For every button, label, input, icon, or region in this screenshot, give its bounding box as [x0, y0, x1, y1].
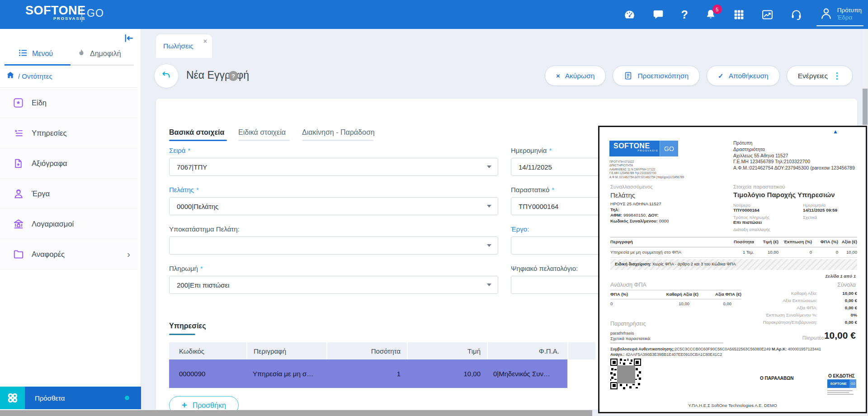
col-header-price[interactable]: Τιμή — [407, 342, 487, 359]
logo-softone-text: SOFTONE — [25, 5, 86, 16]
document-number-input[interactable]: ΤΠΥ0000164 — [511, 197, 607, 215]
save-button[interactable]: ✓ Αποθήκευση — [707, 66, 780, 86]
col-header-description[interactable]: Περιγραφή — [246, 342, 326, 359]
vertical-scrollbar-thumb[interactable] — [863, 89, 868, 125]
flame-icon — [77, 48, 86, 60]
help-icon[interactable]: ? — [681, 8, 688, 21]
chat-icon[interactable] — [652, 9, 664, 20]
doc-date-label: Ημερομηνία — [803, 203, 826, 208]
add-row-label: Προσθήκη — [193, 402, 226, 410]
scroll-up-icon[interactable]: ▲ — [833, 128, 838, 135]
form-tab-delivery[interactable]: Διακίνηση - Παράδοση — [302, 128, 375, 137]
sidebar-item-label: Αναφορές — [32, 250, 65, 259]
customer-branch-select[interactable] — [169, 236, 498, 255]
sidebar-item-notes[interactable]: Αξιόγραφα — [0, 148, 137, 179]
analytics-chart-icon[interactable] — [761, 9, 774, 21]
counterpart-name: Πελάτης — [610, 191, 635, 199]
sidebar-item-accounts[interactable]: Λογαριασμοί — [0, 209, 137, 239]
addons-bar[interactable]: Πρόσθετα — [0, 387, 141, 409]
chevron-down-icon — [487, 205, 491, 208]
customer-value: 0000|Πελάτης — [177, 203, 218, 210]
user-avatar-icon — [819, 6, 833, 22]
chevron-down-icon — [487, 244, 491, 247]
invoice-logo-softone: SOFTONE — [613, 142, 660, 149]
form-tab-basic[interactable]: Βασικά στοιχεία — [169, 128, 224, 137]
horizontal-scrollbar[interactable] — [0, 410, 592, 416]
doc-info-heading: Στοιχεία παραστατικού — [733, 184, 785, 189]
logo-divider — [81, 6, 82, 22]
stamp-text-line — [827, 390, 853, 391]
cancel-x-icon: × — [556, 72, 560, 80]
chevron-right-icon: › — [127, 249, 130, 260]
project-label: Έργο: — [511, 225, 529, 233]
stamp-text-line — [827, 394, 854, 395]
series-select[interactable]: 7067|ΤΠΥ — [169, 158, 498, 176]
sidebar-item-projects[interactable]: Έργα — [0, 179, 137, 209]
notes-text: parathrhseis — [610, 331, 634, 336]
counterpart-details: ΗΡΟΥΣ 25 ΑΘΗΝΑ 11527 Τηλ: ΑΦΜ: 999840150… — [610, 201, 669, 224]
issuer-stamp-logo: SOFTONE GO — [827, 379, 856, 388]
doc-payment-value: Επι πιστώσει — [733, 220, 762, 225]
project-select[interactable] — [511, 236, 607, 255]
menu-list-icon — [18, 48, 28, 60]
sidebar-item-label: Έργα — [32, 189, 50, 198]
user-branch: Έδρα — [837, 14, 862, 21]
user-account-button[interactable]: Πρότυπη Έδρα — [819, 6, 862, 23]
invoice-logo-go: GO — [660, 141, 678, 156]
doc-exemption-label: Διάταξη απαλλαγής — [733, 227, 770, 232]
date-label: Ημερομηνία* — [511, 147, 552, 154]
sidebar-item-services[interactable]: Υπηρεσίες — [0, 118, 137, 148]
counterpart-heading: Συναλλασσόμενος — [610, 184, 653, 189]
app-logo[interactable]: SOFTONE PROSVASIS — [25, 5, 86, 21]
divider — [610, 290, 741, 290]
back-button[interactable] — [155, 64, 178, 88]
apps-grid-icon[interactable] — [733, 9, 745, 20]
sidebar-item-items[interactable]: Είδη — [0, 88, 137, 118]
sidebar-collapse-icon[interactable] — [123, 33, 134, 46]
col-header-vat[interactable]: Φ.Π.Α. — [487, 342, 567, 359]
document-preview-icon — [624, 71, 632, 80]
form-tab-basic-underline — [169, 140, 227, 141]
more-actions-button[interactable]: Ενέργειες ⋮ — [787, 66, 853, 86]
divider — [610, 247, 857, 247]
invoice-logo: SOFTONE PROSVASIS GO — [609, 141, 678, 156]
doc-related-label: Σχετικά — [803, 215, 817, 220]
preview-button[interactable]: Προεπισκόπηση — [613, 66, 700, 86]
notifications-badge: 5 — [712, 5, 722, 14]
col-header-quantity[interactable]: Ποσότητα — [326, 342, 407, 359]
save-label: Αποθήκευση — [729, 72, 769, 80]
qr-code — [610, 359, 641, 391]
breadcrumb[interactable]: / Οντότητες — [6, 71, 52, 81]
cancel-label: Ακύρωση — [565, 72, 595, 80]
tab-close-icon[interactable]: × — [203, 38, 207, 45]
customer-select[interactable]: 0000|Πελάτης — [169, 197, 498, 215]
signature-issuer: Ο ΕΚΔΟΤΗΣ — [828, 373, 854, 378]
col-header-code[interactable]: Κωδικός — [169, 342, 246, 359]
digital-clientele-input[interactable] — [511, 276, 607, 294]
support-headset-icon[interactable] — [790, 9, 802, 21]
service-row-selected[interactable]: 0000090 Υπηρεσία με μη σ… 1 10,00 0|Μηδε… — [169, 359, 567, 388]
sidebar-tab-favorites[interactable]: Δημοφιλή — [77, 48, 121, 60]
page-note: Σελίδα 1 από 1 — [826, 274, 856, 279]
digital-clientele-label: Ψηφιακό πελατολόγιο: — [511, 265, 578, 272]
cell-price: 10,00 — [407, 359, 487, 388]
service-list-icon — [13, 128, 24, 139]
series-label: Σειρά* — [169, 147, 190, 154]
cancel-button[interactable]: × Ακύρωση — [545, 66, 606, 86]
payment-select[interactable]: 200|Επι πιστώσει — [169, 276, 498, 294]
notifications-bell-icon[interactable]: 5 — [705, 9, 717, 20]
date-input[interactable]: 14/11/2025 — [511, 158, 607, 176]
cell-vat: 0|Μηδενικός Συν… — [487, 359, 567, 388]
cell-code: 0000090 — [169, 359, 246, 388]
logo-go-text: GO — [87, 7, 104, 19]
sidebar-item-reports[interactable]: Αναφορές › — [0, 239, 137, 269]
payment-label: Πληρωμή* — [169, 265, 203, 272]
cell-description: Υπηρεσία με μη σ… — [246, 359, 326, 388]
form-tab-delivery-underline — [302, 140, 373, 141]
form-tab-special[interactable]: Ειδικά στοιχεία — [238, 128, 286, 137]
workspace-tab-sales[interactable]: Πωλήσεις × — [156, 34, 212, 58]
dashboard-speedometer-icon[interactable] — [623, 9, 636, 21]
checkmark-icon: ✓ — [718, 72, 724, 80]
page-help-icon[interactable]: ? — [228, 71, 238, 81]
sidebar-tab-menu[interactable]: Μενού — [18, 48, 53, 60]
